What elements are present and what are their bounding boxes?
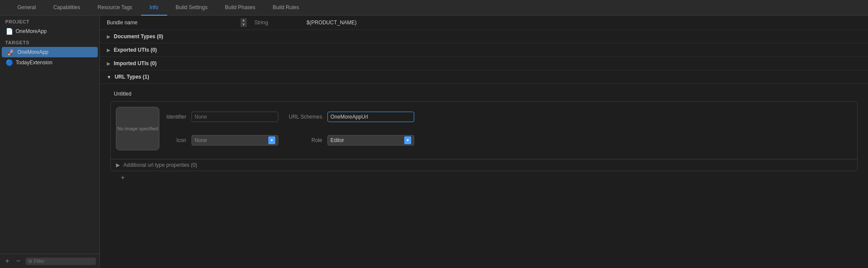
tab-info[interactable]: Info: [141, 0, 167, 16]
left-fields: Identifier Icon None ▼: [166, 107, 278, 150]
identifier-label: Identifier: [166, 114, 186, 120]
bundle-name-stepper[interactable]: ▲ ▼: [241, 18, 247, 27]
filter-container: ⊙: [26, 258, 96, 265]
sidebar-item-todayextension[interactable]: 🔵 TodayExtension: [0, 57, 99, 68]
url-schemes-input[interactable]: [327, 112, 414, 122]
icon-label: Icon: [166, 137, 186, 143]
role-dropdown[interactable]: Editor ▼: [327, 135, 414, 146]
document-types-label: Document Types (0): [114, 33, 163, 40]
exported-utis-label: Exported UTIs (0): [114, 47, 157, 53]
targets-section-label: TARGETS: [0, 36, 99, 47]
icon-dropdown-value: None: [195, 137, 207, 143]
url-schemes-label: URL Schemes: [289, 114, 322, 120]
filter-icon: ⊙: [28, 258, 32, 264]
target-app-icon: 🚀: [7, 49, 15, 56]
add-target-button[interactable]: +: [3, 257, 11, 265]
role-chevron-icon: ▼: [404, 136, 411, 144]
tab-capabilities[interactable]: Capabilities: [45, 0, 89, 16]
bundle-name-value: $(PRODUCT_NAME): [307, 20, 861, 26]
target-onemoreapp-label: OneMoreApp: [17, 49, 48, 55]
imported-utis-label: Imported UTIs (0): [114, 60, 157, 66]
additional-props[interactable]: ▶ Additional url type properties (0): [111, 159, 857, 171]
tab-build-rules[interactable]: Build Rules: [264, 0, 308, 16]
url-types-header[interactable]: ▼ URL Types (1): [100, 70, 868, 84]
document-types-header[interactable]: ▶ Document Types (0): [100, 30, 868, 43]
additional-props-label: Additional url type properties (0): [123, 162, 197, 168]
tab-build-settings[interactable]: Build Settings: [167, 0, 216, 16]
project-section-label: PROJECT: [0, 16, 99, 26]
remove-target-button[interactable]: −: [14, 257, 22, 265]
exported-utis-header[interactable]: ▶ Exported UTIs (0): [100, 43, 868, 57]
url-types-label: URL Types (1): [115, 74, 149, 80]
url-type-title: Untitled: [110, 91, 858, 97]
url-type-card-inner: No image specified Identifier Icon None …: [111, 102, 857, 156]
role-value: Editor: [330, 137, 344, 143]
tab-general[interactable]: General: [9, 0, 45, 16]
icon-dropdown[interactable]: None ▼: [191, 135, 278, 146]
bundle-name-type: String: [254, 20, 307, 26]
url-type-content: Untitled No image specified Identifier I…: [100, 84, 868, 191]
role-label: Role: [289, 137, 322, 143]
tab-resource-tags[interactable]: Resource Tags: [89, 0, 141, 16]
no-image-text: No image specified: [117, 126, 158, 131]
additional-props-triangle: ▶: [116, 162, 120, 168]
tab-build-phases[interactable]: Build Phases: [216, 0, 264, 16]
bundle-name-row: Bundle name ▲ ▼ String $(PRODUCT_NAME): [100, 16, 868, 30]
imported-utis-header[interactable]: ▶ Imported UTIs (0): [100, 57, 868, 70]
url-type-card: No image specified Identifier Icon None …: [110, 101, 858, 171]
document-types-triangle: ▶: [107, 34, 110, 39]
sidebar-item-onemoreapp[interactable]: 🚀 OneMoreApp: [2, 47, 98, 57]
project-name: OneMoreApp: [16, 28, 46, 34]
tab-bar: General Capabilities Resource Tags Info …: [0, 0, 868, 16]
filter-input[interactable]: [34, 258, 93, 264]
icon-chevron-icon: ▼: [268, 136, 275, 144]
bundle-name-key: Bundle name: [107, 20, 237, 26]
project-icon: 📄: [5, 28, 13, 35]
exported-utis-triangle: ▶: [107, 48, 110, 53]
right-fields: URL Schemes Role Editor ▼: [289, 107, 414, 150]
no-image-box: No image specified: [116, 107, 159, 150]
identifier-input[interactable]: [191, 112, 278, 122]
sidebar: PROJECT 📄 OneMoreApp TARGETS 🚀 OneMoreAp…: [0, 16, 100, 268]
target-extension-icon: 🔵: [5, 59, 13, 66]
imported-utis-triangle: ▶: [107, 61, 110, 66]
url-type-fields-container: Identifier Icon None ▼ URL Schemes: [166, 107, 852, 150]
content-area: Bundle name ▲ ▼ String $(PRODUCT_NAME) ▶…: [100, 16, 868, 268]
url-types-triangle: ▼: [107, 75, 111, 79]
sidebar-item-project[interactable]: 📄 OneMoreApp: [0, 26, 99, 36]
main-layout: PROJECT 📄 OneMoreApp TARGETS 🚀 OneMoreAp…: [0, 16, 868, 268]
target-todayextension-label: TodayExtension: [16, 60, 53, 66]
add-url-type-button[interactable]: +: [110, 171, 858, 184]
sidebar-footer: + − ⊙: [0, 254, 99, 268]
